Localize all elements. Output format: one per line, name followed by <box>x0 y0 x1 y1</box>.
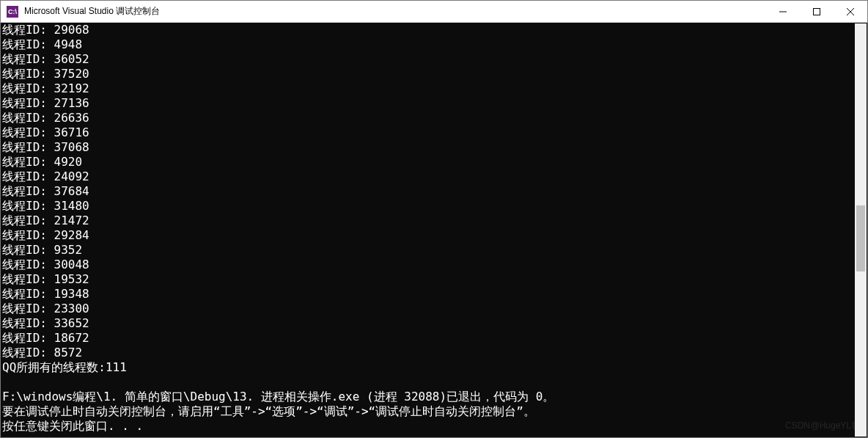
console-line: 线程ID: 37068 <box>2 140 866 155</box>
maximize-button[interactable] <box>800 1 834 23</box>
watermark-left: CSDN <box>785 418 810 433</box>
console-line: 线程ID: 4920 <box>2 155 866 169</box>
console-line: 线程ID: 9352 <box>2 243 866 258</box>
maximize-icon <box>813 8 820 15</box>
console-line: 线程ID: 36052 <box>2 52 866 67</box>
minimize-icon <box>779 8 787 15</box>
console-line: 线程ID: 19532 <box>2 272 866 287</box>
console-line: 线程ID: 4948 <box>2 37 866 52</box>
app-window: C:\ Microsoft Visual Studio 调试控制台 线程ID: … <box>0 0 868 438</box>
close-button[interactable] <box>834 1 867 23</box>
console-line: 线程ID: 24092 <box>2 169 866 184</box>
console-line <box>2 375 866 390</box>
console-line: 按任意键关闭此窗口. . . <box>2 419 866 434</box>
console-line: 线程ID: 29068 <box>2 23 866 37</box>
app-icon: C:\ <box>7 6 18 18</box>
console-line: 线程ID: 23300 <box>2 302 866 316</box>
console-line: 线程ID: 29284 <box>2 228 866 243</box>
window-title: Microsoft Visual Studio 调试控制台 <box>24 5 160 18</box>
console-line: 线程ID: 37684 <box>2 184 866 199</box>
scroll-thumb[interactable] <box>856 205 865 271</box>
console-line: 线程ID: 37520 <box>2 67 866 81</box>
console-line: 线程ID: 19348 <box>2 287 866 302</box>
close-icon <box>847 8 854 15</box>
console-line: 要在调试停止时自动关闭控制台，请启用“工具”->“选项”->“调试”->“调试停… <box>2 404 866 419</box>
console-line: 线程ID: 18672 <box>2 331 866 346</box>
console-line: 线程ID: 21472 <box>2 213 866 228</box>
console-line: 线程ID: 31480 <box>2 199 866 213</box>
console-line: 线程ID: 32192 <box>2 81 866 96</box>
minimize-button[interactable] <box>766 1 800 23</box>
console-line: 线程ID: 26636 <box>2 111 866 125</box>
console-line: F:\windows编程\1. 简单的窗口\Debug\13. 进程相关操作.e… <box>2 390 866 404</box>
console-line: 线程ID: 36716 <box>2 125 866 140</box>
console-line: QQ所拥有的线程数:111 <box>2 360 866 375</box>
console-line: 线程ID: 33652 <box>2 316 866 331</box>
console-line: 线程ID: 30048 <box>2 258 866 272</box>
watermark-right: @HugeYL客 <box>810 418 860 433</box>
console-line: 线程ID: 27136 <box>2 96 866 111</box>
svg-rect-1 <box>814 8 820 15</box>
titlebar[interactable]: C:\ Microsoft Visual Studio 调试控制台 <box>1 1 867 23</box>
console-line: 线程ID: 8572 <box>2 346 866 360</box>
vertical-scrollbar[interactable] <box>855 23 867 437</box>
console-output[interactable]: 线程ID: 29068线程ID: 4948线程ID: 36052线程ID: 37… <box>1 23 867 437</box>
